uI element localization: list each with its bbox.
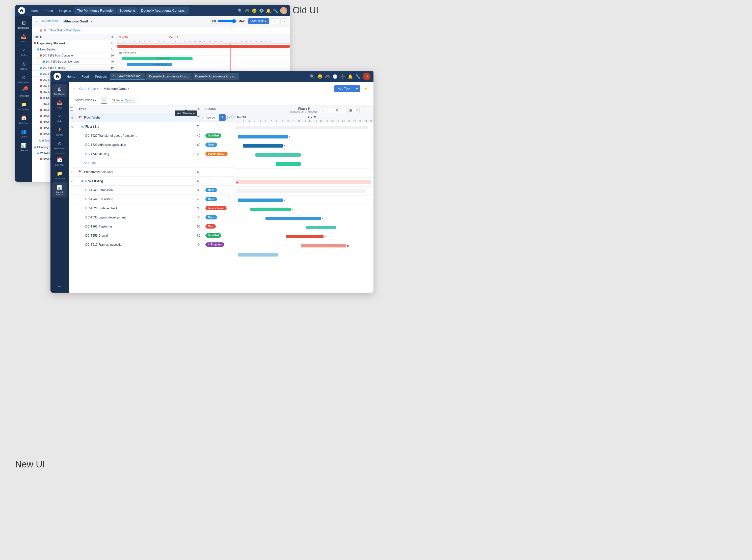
- select-all-checkbox[interactable]: [70, 107, 73, 111]
- expand-icon[interactable]: ⊖: [71, 170, 74, 174]
- new-sidebar-milestones[interactable]: ⊙ Milestones: [52, 139, 67, 152]
- gamepad-icon[interactable]: 🎮: [245, 8, 250, 13]
- view-bar-icon[interactable]: ▦: [348, 107, 353, 113]
- new-face-icon[interactable]: 😊: [317, 74, 322, 79]
- sidebar-item-tasks[interactable]: ✓ Tasks: [16, 45, 31, 59]
- new-back-arrow[interactable]: ←: [73, 86, 76, 91]
- new-add-task-button[interactable]: Add Task: [334, 85, 354, 92]
- sidebar-item-calendar[interactable]: 📅 Calendar: [16, 113, 31, 126]
- old-avatar[interactable]: U: [280, 7, 287, 14]
- status-chip-close[interactable]: ✕: [133, 99, 135, 102]
- expand-icon[interactable]: ⊖: [71, 125, 74, 128]
- view-options-icon[interactable]: ☰: [342, 107, 347, 113]
- more-options-icon[interactable]: ···: [280, 18, 287, 24]
- bell-icon[interactable]: 🔔: [266, 8, 271, 13]
- new-sidebar-feed[interactable]: 📥 Feed: [52, 98, 67, 111]
- new-sidebar-documents[interactable]: 📁 Documents: [52, 169, 67, 182]
- search-icon[interactable]: 🔍: [238, 8, 243, 13]
- add-milestone-row-button[interactable]: +: [219, 114, 225, 121]
- row-task-label[interactable]: DC-T265 Plastering: [85, 225, 112, 228]
- sidebar-item-timesheet[interactable]: ⏱7 Timesheet: [16, 86, 31, 99]
- info-icon[interactable]: ⓘ: [231, 115, 235, 120]
- new-tools-icon[interactable]: 🔧: [355, 74, 360, 79]
- fullscreen-btn[interactable]: ⊞: [334, 107, 340, 113]
- settings-icon[interactable]: ⚙️: [259, 8, 264, 13]
- gantt-view-icon[interactable]: ▦: [40, 28, 42, 32]
- grid-view-icon[interactable]: ⊞: [44, 28, 46, 32]
- show-options-button[interactable]: Show Options ▾: [73, 97, 98, 103]
- row-task-label[interactable]: DC-T630 Marking: [85, 152, 109, 156]
- add-task-dropdown-btn[interactable]: ▾: [354, 85, 360, 92]
- add-task-dropdown-icon[interactable]: ▾: [265, 19, 266, 23]
- row-label[interactable]: DC-T252 Pour Concrete: [43, 54, 73, 57]
- row-label[interactable]: New Building: [40, 48, 56, 51]
- reorder-button[interactable]: Reorder: [203, 115, 218, 120]
- expand-icon[interactable]: ⊖: [71, 179, 74, 183]
- old-nav-feed[interactable]: Feed: [43, 7, 56, 14]
- add-task-new-link[interactable]: Add Task: [81, 160, 99, 166]
- row-task-label[interactable]: DC-T635 Layout development: [85, 216, 126, 219]
- old-breadcrumb[interactable]: Reports view: [41, 19, 58, 23]
- old-add-task-button[interactable]: Add Task ▾: [248, 18, 269, 24]
- new-nav-feed[interactable]: Feed: [79, 73, 92, 80]
- row-label[interactable]: DC-T254 Framing: [43, 66, 65, 69]
- tools-icon[interactable]: 🔧: [273, 8, 278, 13]
- link-icon[interactable]: ⛓: [226, 116, 230, 120]
- new-sidebar-sprints[interactable]: 🏃 Sprints: [52, 125, 67, 138]
- expand-icon[interactable]: ⊖: [71, 116, 74, 119]
- new-sidebar-more[interactable]: ···: [56, 282, 63, 291]
- row-label[interactable]: DC-T250 Design floor plan: [46, 60, 79, 63]
- new-nav-home[interactable]: Home: [64, 73, 78, 80]
- zoom-slider[interactable]: [218, 19, 238, 23]
- add-task-link[interactable]: Add Task: [37, 138, 52, 143]
- new-bell-icon[interactable]: 🔔: [348, 74, 353, 79]
- milestone-dropdown-icon[interactable]: ▾: [128, 87, 129, 90]
- zoom-minus-btn[interactable]: -: [320, 107, 326, 113]
- row-task-label[interactable]: DC-T617 Frames inspection: [85, 243, 123, 246]
- more-options-dots[interactable]: ···: [368, 108, 371, 112]
- sidebar-item-dashboard[interactable]: ⊞ Dashboard: [16, 18, 31, 31]
- row-task-label[interactable]: DC-T249 Excavation: [85, 198, 113, 201]
- old-nav-home[interactable]: Home: [28, 7, 42, 14]
- new-clock-icon[interactable]: 🕐: [333, 74, 338, 79]
- row-task-label[interactable]: DC-T629 Adhesive application: [85, 143, 126, 146]
- new-gamepad-icon[interactable]: 🎮: [325, 74, 330, 79]
- new-plus-icon[interactable]: ➕: [340, 74, 345, 79]
- new-sidebar-calendar[interactable]: 📅 Calendar: [52, 155, 67, 168]
- old-nav-budgetting[interactable]: Budgetting: [117, 7, 138, 14]
- new-nav-donnelly1[interactable]: Donnelly Apartments Con...: [146, 73, 191, 80]
- row-task-label[interactable]: DC-T627 Transfer of goods from stor...: [85, 134, 137, 138]
- row-task-label[interactable]: DC-T259 Drywall: [85, 234, 108, 237]
- view-grid-icon[interactable]: ⊟: [355, 107, 360, 113]
- new-status-filter[interactable]: Status All Open ✕: [110, 98, 138, 103]
- sidebar-item-targets[interactable]: ◎ Targets: [16, 59, 31, 72]
- zoom-plus-btn[interactable]: +: [327, 107, 333, 113]
- row-task-label[interactable]: New Building: [85, 179, 103, 183]
- new-filter-icon-btn[interactable]: ⚡: [362, 85, 370, 92]
- new-search-icon[interactable]: 🔍: [310, 74, 315, 79]
- undo-button[interactable]: ↩: [101, 97, 107, 104]
- new-sidebar-tasks[interactable]: ✓ Tasks: [52, 112, 67, 125]
- sidebar-item-users[interactable]: 👥 Users: [16, 127, 31, 140]
- new-sidebar-gantt-reports[interactable]: 📊 Gantt & Reports: [52, 182, 67, 198]
- new-nav-donnelly2[interactable]: Donnelly Apartments Cons...: [193, 73, 239, 80]
- old-nav-donnelly[interactable]: Donnelly Apartments Constru...: [139, 7, 189, 14]
- back-arrow-icon[interactable]: ←: [35, 19, 39, 23]
- row-task-label[interactable]: Floor tiling: [85, 125, 99, 128]
- new-nav-zylker[interactable]: ⏱ Zylker airlines mo...: [110, 73, 145, 80]
- old-status-filter[interactable]: Task Status ⊙ All Open: [48, 28, 82, 32]
- sidebar-item-documents[interactable]: 📁 Documents: [16, 100, 31, 113]
- sidebar-item-reports[interactable]: 📊 Reports: [16, 140, 31, 154]
- face-icon[interactable]: 😊: [252, 8, 257, 13]
- view-expand-icon[interactable]: ⤢: [361, 107, 366, 113]
- row-task-label[interactable]: Floor finishe: [84, 116, 100, 119]
- row-label[interactable]: Preparatory Site work: [37, 42, 66, 45]
- new-sidebar-dashboard[interactable]: ⊞ Dashboard: [52, 84, 67, 97]
- old-nav-projects[interactable]: Projects: [57, 7, 74, 14]
- sidebar-item-feed[interactable]: 📥 Feed: [16, 32, 31, 45]
- new-avatar[interactable]: U: [363, 73, 371, 80]
- list-view-icon[interactable]: ☰: [35, 28, 38, 32]
- new-breadcrumb-gantt[interactable]: Gantt Chart ▾: [79, 87, 98, 91]
- new-nav-more[interactable]: ...: [240, 73, 248, 80]
- row-task-label[interactable]: Preparatory Site work: [84, 170, 113, 174]
